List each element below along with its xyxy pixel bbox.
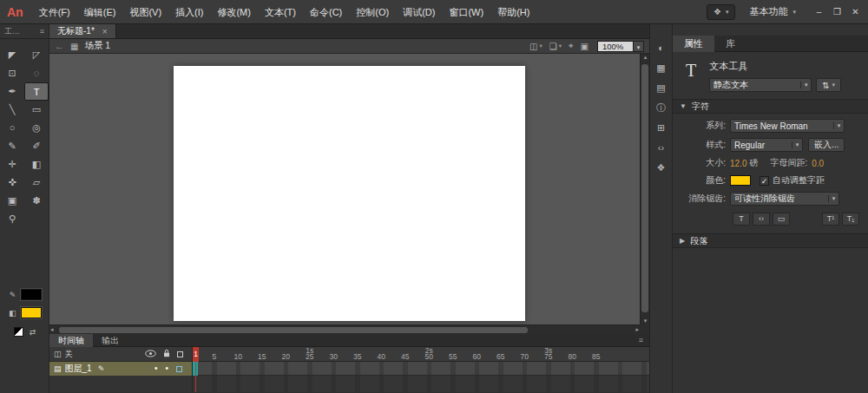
default-colors-icon[interactable] bbox=[14, 327, 23, 337]
center-frame-button[interactable]: ⌖ bbox=[569, 41, 574, 51]
scroll-left-icon[interactable]: ◂ bbox=[50, 326, 54, 333]
vertical-scroll-thumb[interactable] bbox=[641, 64, 648, 312]
swatches-panel-icon[interactable]: ▦ bbox=[653, 62, 670, 75]
info-panel-icon[interactable]: ⓘ bbox=[653, 102, 670, 115]
text-color-swatch[interactable] bbox=[730, 175, 751, 186]
clip-content-button[interactable]: ▣ bbox=[581, 42, 589, 51]
horizontal-scroll-thumb[interactable] bbox=[59, 327, 528, 333]
menu-edit[interactable]: 编辑(E) bbox=[77, 0, 123, 24]
close-tab-icon[interactable]: × bbox=[102, 27, 108, 36]
antialias-select[interactable]: 可读性消除锯齿 ▾ bbox=[730, 192, 839, 206]
layer-visibility-dot[interactable]: • bbox=[155, 364, 158, 373]
titlebar-utility-button[interactable]: ❖ ▾ bbox=[707, 4, 735, 20]
font-style-select[interactable]: Regular ▾ bbox=[730, 138, 803, 152]
color-panel-icon[interactable]: ◐ bbox=[653, 42, 670, 55]
back-arrow-icon[interactable]: ← bbox=[55, 41, 64, 51]
line-tool[interactable]: ╲ bbox=[0, 101, 24, 119]
camera-tool[interactable]: ▣ bbox=[0, 192, 24, 210]
section-paragraph[interactable]: ▶ 段落 bbox=[673, 233, 868, 248]
edit-scene-button[interactable]: ◫ ▾ bbox=[529, 42, 542, 51]
pen-tool[interactable]: ✒ bbox=[0, 82, 24, 101]
layer-frames-row[interactable] bbox=[193, 362, 649, 376]
bone-tool[interactable]: ✛ bbox=[0, 155, 24, 174]
panel-menu-icon[interactable]: ≡ bbox=[639, 336, 649, 344]
menu-control[interactable]: 控制(O) bbox=[349, 0, 396, 24]
lasso-tool[interactable]: ◌ bbox=[24, 64, 49, 82]
workspace-switcher[interactable]: 基本功能 ▾ bbox=[749, 5, 796, 18]
section-character[interactable]: ▼ 字符 bbox=[673, 99, 868, 114]
stage[interactable] bbox=[174, 66, 525, 321]
zoom-dropdown-icon[interactable]: ▾ bbox=[634, 41, 644, 52]
restore-button[interactable]: ❐ bbox=[828, 3, 846, 21]
close-button[interactable]: ✕ bbox=[846, 3, 865, 21]
frames-area[interactable]: 1s2s3s 510152025303540455055606570758085… bbox=[193, 347, 649, 392]
scroll-right-icon[interactable]: ▸ bbox=[635, 326, 639, 333]
selection-tool[interactable]: ◤ bbox=[0, 46, 24, 64]
swap-colors-icon[interactable]: ⇄ bbox=[30, 328, 36, 337]
code-snippets-panel-icon[interactable]: ‹› bbox=[653, 141, 670, 154]
horizontal-scrollbar[interactable]: ◂ ▸ bbox=[49, 324, 640, 334]
text-direction-button[interactable]: ⇅ ▾ bbox=[816, 78, 841, 92]
menu-insert[interactable]: 插入(I) bbox=[168, 0, 210, 24]
zoom-tool[interactable]: ⚲ bbox=[0, 210, 24, 228]
layer-depth-icon[interactable]: ◫ bbox=[54, 350, 62, 358]
tab-library[interactable]: 库 bbox=[714, 36, 746, 52]
tab-properties[interactable]: 属性 bbox=[673, 36, 714, 52]
embed-button[interactable]: 嵌入... bbox=[808, 138, 845, 152]
components-panel-icon[interactable]: ❖ bbox=[653, 161, 670, 174]
panel-menu-icon[interactable]: ≡ bbox=[40, 27, 44, 36]
menu-file[interactable]: 文件(F) bbox=[32, 0, 77, 24]
superscript-toggle[interactable]: T¹ bbox=[822, 213, 839, 226]
outline-all-layers-icon[interactable] bbox=[177, 351, 183, 357]
menu-text[interactable]: 文本(T) bbox=[258, 0, 303, 24]
layer-outline-color-swatch[interactable] bbox=[176, 366, 182, 372]
text-tool[interactable]: T bbox=[24, 82, 49, 101]
stroke-color-swatch[interactable] bbox=[21, 289, 42, 300]
paint-bucket-tool[interactable]: ◧ bbox=[24, 155, 49, 174]
align-panel-icon[interactable]: ▤ bbox=[653, 82, 670, 95]
render-html-toggle[interactable]: ‹› bbox=[753, 213, 770, 226]
transform-panel-icon[interactable]: ⊞ bbox=[653, 121, 670, 134]
hand-tool[interactable]: ✽ bbox=[24, 192, 49, 210]
menu-debug[interactable]: 调试(D) bbox=[396, 0, 442, 24]
subscript-toggle[interactable]: T₁ bbox=[842, 213, 859, 226]
timeline-ruler[interactable]: 1s2s3s 510152025303540455055606570758085… bbox=[193, 347, 649, 362]
text-type-select[interactable]: 静态文本 ▾ bbox=[709, 78, 812, 92]
lock-all-layers-icon[interactable] bbox=[162, 349, 171, 359]
pasteboard[interactable] bbox=[49, 54, 640, 324]
menu-modify[interactable]: 修改(M) bbox=[210, 0, 258, 24]
layer-name[interactable]: 图层_1 bbox=[65, 363, 92, 375]
zoom-input[interactable]: 100% bbox=[597, 41, 634, 52]
minimize-button[interactable]: – bbox=[810, 3, 828, 21]
selectable-toggle[interactable]: T bbox=[733, 213, 750, 226]
subselection-tool[interactable]: ◸ bbox=[24, 46, 49, 64]
vertical-scrollbar[interactable]: ▴ ▾ bbox=[640, 54, 649, 324]
tab-timeline[interactable]: 时间轴 bbox=[49, 334, 93, 347]
oval-primitive-tool[interactable]: ◎ bbox=[24, 119, 49, 137]
free-transform-tool[interactable]: ⊡ bbox=[0, 64, 24, 82]
tab-output[interactable]: 输出 bbox=[93, 334, 128, 347]
document-tab[interactable]: 无标题-1* × bbox=[49, 24, 116, 38]
layer-lock-dot[interactable]: • bbox=[165, 364, 168, 373]
show-border-toggle[interactable]: ▭ bbox=[773, 213, 790, 226]
letter-spacing-value[interactable]: 0.0 bbox=[812, 159, 824, 168]
menu-commands[interactable]: 命令(C) bbox=[303, 0, 349, 24]
show-hide-all-layers-icon[interactable] bbox=[145, 350, 156, 359]
eyedropper-tool[interactable]: ✜ bbox=[0, 174, 24, 192]
layer-row[interactable]: ▤ 图层_1 ✎ • • bbox=[49, 362, 192, 376]
pencil-tool[interactable]: ✎ bbox=[0, 137, 24, 155]
rectangle-tool[interactable]: ▭ bbox=[24, 101, 49, 119]
brush-tool[interactable]: ✐ bbox=[24, 137, 49, 155]
fill-color-swatch[interactable] bbox=[21, 307, 42, 318]
font-family-select[interactable]: Times New Roman ▾ bbox=[730, 119, 845, 133]
font-size-value[interactable]: 12.0 bbox=[730, 159, 746, 168]
menu-view[interactable]: 视图(V) bbox=[122, 0, 168, 24]
auto-kern-checkbox[interactable]: ✓ bbox=[760, 176, 769, 186]
eraser-tool[interactable]: ▱ bbox=[24, 174, 49, 192]
playhead-marker[interactable]: 1 bbox=[193, 347, 199, 362]
edit-scene-icon: ◫ bbox=[529, 42, 537, 51]
oval-tool[interactable]: ○ bbox=[0, 119, 24, 137]
menu-window[interactable]: 窗口(W) bbox=[442, 0, 490, 24]
edit-symbols-button[interactable]: ❏ ▾ bbox=[549, 42, 562, 51]
menu-help[interactable]: 帮助(H) bbox=[490, 0, 536, 24]
